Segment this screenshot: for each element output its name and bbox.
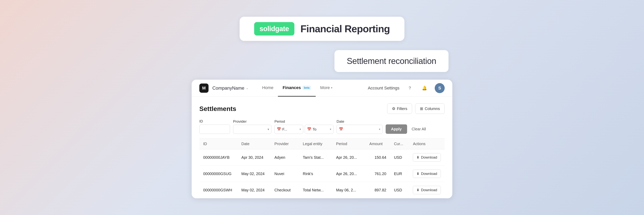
- filter-actions: Apply Clear All: [386, 124, 428, 134]
- cell-actions-0: ⬇ Download: [409, 149, 445, 166]
- nav-items: Home Finances beta More ▾: [258, 80, 368, 97]
- date-filter-group: Date 📅 ▾: [336, 119, 382, 134]
- period-filter-label: Period: [274, 119, 334, 124]
- columns-label: Columns: [425, 107, 440, 111]
- table-row: 00000000GSUG May 02, 2024 Nuvei Rink's A…: [199, 166, 445, 182]
- date-select-wrapper: 📅 ▾: [336, 125, 382, 134]
- cell-entity-2: Total Netw...: [299, 182, 332, 198]
- user-avatar[interactable]: S: [435, 83, 445, 93]
- section-title: Settlements: [199, 105, 236, 112]
- nav-item-home[interactable]: Home: [258, 80, 278, 97]
- settlements-table: ID Date Provider Legal entity Period Amo…: [199, 138, 445, 198]
- filters-row: ID Provider Period: [199, 119, 445, 134]
- download-label-0: Download: [421, 155, 437, 159]
- id-filter-group: ID: [199, 119, 230, 134]
- table-row: 00000000JAYB Apr 30, 2024 Adyen Tam's St…: [199, 149, 445, 166]
- period-from-select[interactable]: F...: [274, 125, 303, 134]
- table-header-row: ID Date Provider Legal entity Period Amo…: [199, 139, 445, 149]
- company-chevron-icon: ⌄: [246, 86, 248, 90]
- solidgate-logo: solidgate: [254, 22, 294, 36]
- cell-period-0: Apr 26, 20...: [332, 149, 366, 166]
- cell-amount-1: 761.20: [366, 166, 390, 182]
- provider-filter-label: Provider: [233, 119, 272, 124]
- cell-entity-1: Rink's: [299, 166, 332, 182]
- col-header-currency: Cur...: [390, 139, 409, 149]
- provider-filter-select[interactable]: [233, 125, 272, 134]
- cell-id-2: 00000000GSWH: [199, 182, 238, 198]
- cell-actions-1: ⬇ Download: [409, 166, 445, 182]
- more-chevron-icon: ▾: [331, 86, 332, 89]
- date-filter-select[interactable]: [336, 125, 382, 134]
- provider-select-wrapper: [233, 125, 272, 134]
- apply-button[interactable]: Apply: [386, 124, 407, 134]
- id-filter-label: ID: [199, 119, 230, 123]
- col-header-provider: Provider: [271, 139, 299, 149]
- content-area: Settlements ⚙ Filters ⊞ Columns ID: [192, 97, 452, 198]
- section-header: Settlements ⚙ Filters ⊞ Columns: [199, 103, 445, 114]
- col-header-entity: Legal entity: [299, 139, 332, 149]
- col-header-actions: Actions: [409, 139, 445, 149]
- reconciliation-title: Settlement reconciliation: [347, 56, 436, 66]
- app-panel: M CompanyName ⌄ Home Finances beta More …: [192, 80, 452, 198]
- date-filter-label: Date: [336, 119, 382, 124]
- cell-period-1: Apr 26, 20...: [332, 166, 366, 182]
- download-button-0[interactable]: ⬇ Download: [413, 153, 441, 162]
- company-name-label: CompanyName: [212, 85, 244, 91]
- provider-filter-group: Provider: [233, 119, 272, 134]
- reconciliation-header: Settlement reconciliation: [334, 50, 448, 72]
- cell-currency-1: EUR: [390, 166, 409, 182]
- period-to-select[interactable]: To: [305, 125, 334, 134]
- cell-date-1: May 02, 2024: [238, 166, 270, 182]
- help-button[interactable]: ?: [406, 84, 414, 92]
- company-selector[interactable]: CompanyName ⌄: [212, 85, 248, 91]
- cell-amount-2: 897.82: [366, 182, 390, 198]
- period-to-wrapper: 📅 To ▾: [305, 125, 334, 134]
- cell-currency-2: USD: [390, 182, 409, 198]
- columns-icon: ⊞: [420, 106, 423, 111]
- cell-date-0: Apr 30, 2024: [238, 149, 270, 166]
- col-header-amount: Amount: [366, 139, 390, 149]
- nav-logo: M: [199, 84, 208, 93]
- cell-id-0: 00000000JAYB: [199, 149, 238, 166]
- account-settings-link[interactable]: Account Settings: [368, 86, 400, 91]
- cell-provider-1: Nuvei: [271, 166, 299, 182]
- nav-item-more[interactable]: More ▾: [316, 80, 337, 97]
- app-title: Financial Reporting: [300, 23, 390, 35]
- notifications-button[interactable]: 🔔: [420, 84, 428, 92]
- download-icon-1: ⬇: [416, 172, 419, 176]
- id-filter-input[interactable]: [199, 125, 230, 134]
- cell-amount-0: 150.64: [366, 149, 390, 166]
- period-filter-group: Period 📅 F... ▾ 📅 To: [274, 119, 334, 134]
- col-header-period: Period: [332, 139, 366, 149]
- nav-right: Account Settings ? 🔔 S: [368, 83, 445, 93]
- download-label-1: Download: [421, 172, 437, 176]
- cell-actions-2: ⬇ Download: [409, 182, 445, 198]
- col-header-id: ID: [199, 139, 238, 149]
- clear-all-button[interactable]: Clear All: [410, 124, 428, 134]
- cell-id-1: 00000000GSUG: [199, 166, 238, 182]
- filters-icon: ⚙: [392, 106, 396, 111]
- help-icon: ?: [409, 86, 411, 91]
- cell-provider-0: Adyen: [271, 149, 299, 166]
- bell-icon: 🔔: [422, 86, 427, 91]
- download-button-1[interactable]: ⬇ Download: [413, 169, 441, 178]
- nav-item-finances[interactable]: Finances beta: [278, 80, 316, 97]
- columns-button[interactable]: ⊞ Columns: [415, 103, 445, 114]
- download-button-2[interactable]: ⬇ Download: [413, 186, 441, 194]
- period-from-wrapper: 📅 F... ▾: [274, 125, 303, 134]
- cell-entity-0: Tam's Stat...: [299, 149, 332, 166]
- period-inputs: 📅 F... ▾ 📅 To ▾: [274, 125, 334, 134]
- beta-badge: beta: [302, 86, 311, 90]
- filters-button[interactable]: ⚙ Filters: [387, 103, 412, 114]
- nav-bar: M CompanyName ⌄ Home Finances beta More …: [192, 80, 452, 97]
- header-actions: ⚙ Filters ⊞ Columns: [387, 103, 445, 114]
- cell-period-2: May 06, 2...: [332, 182, 366, 198]
- logo-bar: solidgate Financial Reporting: [240, 17, 404, 41]
- cell-currency-0: USD: [390, 149, 409, 166]
- cell-provider-2: Checkout: [271, 182, 299, 198]
- table-row: 00000000GSWH May 02, 2024 Checkout Total…: [199, 182, 445, 198]
- cell-date-2: May 02, 2024: [238, 182, 270, 198]
- download-label-2: Download: [421, 188, 437, 192]
- download-icon-0: ⬇: [416, 155, 419, 159]
- col-header-date: Date: [238, 139, 270, 149]
